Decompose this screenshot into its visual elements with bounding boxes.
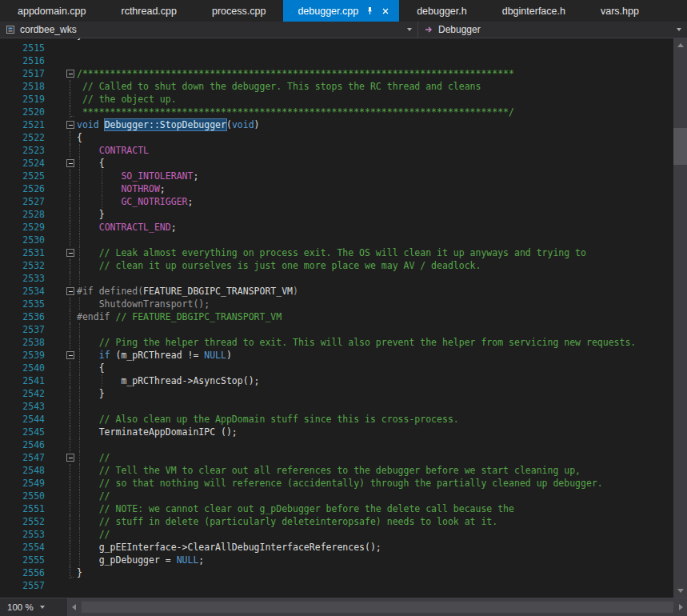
code-text[interactable]: m_pRCThread->AsyncStop();	[77, 374, 673, 387]
code-text[interactable]: // NOTE: we cannot clear out g_pDebugger…	[77, 502, 673, 515]
code-text[interactable]: ShutdownTransport();	[77, 298, 673, 310]
fold-box-minus[interactable]	[66, 70, 74, 78]
code-text[interactable]: g_pDebugger = NULL;	[77, 554, 673, 566]
code-text[interactable]: // Leak almost everything on process exi…	[77, 246, 673, 259]
code-text[interactable]: SO_INTOLERANT;	[77, 170, 673, 182]
code-token: CONTRACTL	[99, 145, 149, 156]
code-text[interactable]: {	[77, 362, 673, 374]
fold-collapse-icon[interactable]	[64, 451, 77, 464]
code-token: )	[293, 286, 298, 297]
zoom-control[interactable]: 100 %	[0, 598, 68, 616]
pin-icon[interactable]	[365, 6, 374, 15]
fold-collapse-icon[interactable]	[64, 349, 77, 362]
tab-process-cpp[interactable]: process.cpp	[194, 0, 283, 22]
project-scope-dropdown[interactable]: cordbee_wks	[0, 22, 418, 38]
code-text[interactable]: #if defined(FEATURE_DBGIPC_TRANSPORT_VM)	[77, 285, 673, 298]
fold-box-minus[interactable]	[66, 351, 74, 359]
tab-debugger-h[interactable]: debugger.h	[399, 0, 485, 22]
code-text[interactable]: {	[77, 131, 673, 144]
line-number: 2556	[0, 566, 45, 579]
code-text[interactable]: //	[77, 490, 673, 502]
code-text[interactable]: #endif // FEATURE_DBGIPC_TRANSPORT_VM	[77, 310, 673, 323]
member-dropdown[interactable]: Debugger	[418, 22, 687, 38]
code-token	[77, 183, 121, 194]
ide-window: appdomain.cpprcthread.cppprocess.cppdebu…	[0, 0, 687, 616]
code-text[interactable]: // clean it up ourselves is just one mor…	[77, 259, 673, 272]
code-line: 2540 {	[0, 362, 673, 374]
code-text[interactable]: {	[77, 157, 673, 170]
code-text[interactable]	[77, 400, 673, 413]
indent-guide	[79, 387, 80, 400]
tab-dbginterface-h[interactable]: dbginterface.h	[485, 0, 583, 22]
scroll-right-arrow-icon[interactable]	[679, 604, 683, 610]
code-text[interactable]: g_pEEInterface->ClearAllDebugInterfaceRe…	[77, 541, 673, 554]
code-text[interactable]: }	[77, 387, 673, 400]
close-icon[interactable]	[381, 7, 389, 15]
code-line: 2530	[0, 234, 673, 246]
fold-margin	[64, 554, 77, 566]
fold-box-minus[interactable]	[66, 287, 74, 295]
scroll-up-arrow-icon[interactable]	[677, 43, 684, 47]
code-text[interactable]: /***************************************…	[77, 67, 673, 80]
code-text[interactable]: CONTRACTL_END;	[77, 221, 673, 234]
code-text[interactable]	[77, 272, 673, 285]
code-text[interactable]	[77, 579, 673, 592]
code-token: //	[77, 490, 110, 502]
code-text[interactable]: ****************************************…	[77, 106, 673, 118]
code-text[interactable]: void Debugger::StopDebugger(void)	[77, 118, 673, 131]
scroll-left-arrow-icon[interactable]	[72, 604, 76, 610]
code-text[interactable]: }	[77, 208, 673, 221]
fold-collapse-icon[interactable]	[64, 118, 77, 131]
code-text[interactable]: // the object up.	[77, 93, 673, 106]
code-text[interactable]	[77, 42, 673, 54]
code-token: void	[77, 119, 105, 130]
line-number: 2528	[0, 208, 45, 221]
line-number: 2521	[0, 118, 45, 131]
code-text[interactable]: CONTRACTL	[77, 144, 673, 157]
fold-margin	[64, 426, 77, 438]
code-line: 2547 //	[0, 451, 673, 464]
code-token: TerminateAppDomainIPC ();	[77, 426, 238, 438]
tab-appdomain-cpp[interactable]: appdomain.cpp	[0, 0, 103, 22]
code-text[interactable]: // stuff in delete (particularly deletei…	[77, 515, 673, 528]
fold-box-minus[interactable]	[66, 454, 74, 462]
code-text[interactable]	[77, 54, 673, 67]
code-text[interactable]: NOTHROW;	[77, 182, 673, 195]
code-text[interactable]: // Also clean up the AppDomain stuff sin…	[77, 413, 673, 426]
fold-box-minus[interactable]	[66, 121, 74, 129]
horizontal-scrollbar[interactable]	[68, 598, 687, 616]
tab-label: vars.hpp	[601, 6, 639, 17]
fold-box-minus[interactable]	[66, 159, 74, 167]
code-editor[interactable]: 2514}251525162517/**********************…	[0, 38, 687, 598]
code-text[interactable]: // Tell the VM to clear out all referenc…	[77, 464, 673, 477]
code-text[interactable]: TerminateAppDomainIPC ();	[77, 426, 673, 438]
code-text[interactable]: }	[77, 566, 673, 579]
scrollbar-thumb[interactable]	[673, 128, 687, 165]
code-text[interactable]: GC_NOTRIGGER;	[77, 195, 673, 208]
code-text[interactable]: if (m_pRCThread != NULL)	[77, 349, 673, 362]
indent-guide	[79, 451, 80, 464]
indent-guide	[79, 515, 80, 528]
tab-debugger-cpp[interactable]: debugger.cpp	[283, 0, 399, 22]
scrollbar-thumb[interactable]	[82, 602, 673, 613]
code-text[interactable]: //	[77, 451, 673, 464]
code-text[interactable]: // so that nothing will reference (accid…	[77, 477, 673, 490]
fold-collapse-icon[interactable]	[64, 246, 77, 259]
fold-collapse-icon[interactable]	[64, 67, 77, 80]
fold-margin	[64, 400, 77, 413]
code-text[interactable]	[77, 323, 673, 336]
code-text[interactable]: // Ping the helper thread to exit. This …	[77, 336, 673, 349]
code-text[interactable]	[77, 234, 673, 246]
code-text[interactable]	[77, 438, 673, 451]
indent-guide	[79, 157, 80, 170]
fold-collapse-icon[interactable]	[64, 285, 77, 298]
vertical-scrollbar[interactable]	[673, 38, 687, 598]
fold-collapse-icon[interactable]	[64, 157, 77, 170]
scroll-down-arrow-icon[interactable]	[677, 589, 684, 593]
tab-rcthread-cpp[interactable]: rcthread.cpp	[103, 0, 194, 22]
fold-margin	[64, 170, 77, 182]
code-text[interactable]: //	[77, 528, 673, 541]
code-text[interactable]: // Called to shut down the debugger. Thi…	[77, 80, 673, 93]
fold-box-minus[interactable]	[66, 249, 74, 257]
tab-vars-hpp[interactable]: vars.hpp	[583, 0, 657, 22]
